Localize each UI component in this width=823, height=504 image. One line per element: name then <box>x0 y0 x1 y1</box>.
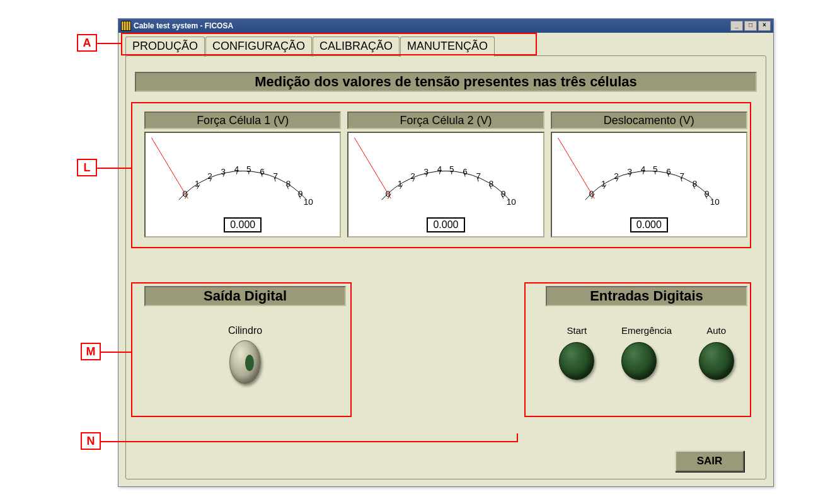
annotation-connector <box>517 433 518 442</box>
gauge-needle <box>558 138 594 198</box>
svg-text:7: 7 <box>679 171 684 181</box>
svg-text:7: 7 <box>476 171 481 181</box>
toggle-label: Cilindro <box>144 325 346 336</box>
svg-text:9: 9 <box>501 189 506 198</box>
digital-inputs-panel: Entradas Digitais Start Emergência Auto <box>546 286 747 431</box>
titlebar: Cable test system - FICOSA _ □ × <box>118 19 773 33</box>
annotation-connector <box>101 352 131 353</box>
svg-text:10: 10 <box>710 197 719 207</box>
led-start <box>559 342 594 380</box>
gauge-cell2: Força Célula 2 (V) 0 1 2 3 4 5 6 7 <box>347 112 544 238</box>
page-heading: Medição dos valores de tensão presentes … <box>135 72 757 92</box>
panel-heading: Saída Digital <box>144 286 346 306</box>
svg-text:2: 2 <box>411 171 416 181</box>
svg-text:6: 6 <box>463 167 468 176</box>
annotation-letter: A <box>77 34 97 52</box>
svg-text:1: 1 <box>398 179 403 188</box>
gauge-cell1: Força Célula 1 (V) 0 1 2 3 4 5 6 7 <box>144 112 341 238</box>
gauge-meter: 0 1 2 3 4 5 6 7 8 9 10 <box>144 132 341 238</box>
led-label: Start <box>559 325 594 336</box>
svg-text:3: 3 <box>221 167 226 176</box>
tab-manutencao[interactable]: MANUTENÇÃO <box>400 37 495 57</box>
led-auto-wrap: Auto <box>699 325 734 380</box>
led-start-wrap: Start <box>559 325 594 380</box>
app-icon <box>121 21 131 31</box>
svg-text:8: 8 <box>489 179 494 188</box>
gauge-readout: 0.000 <box>427 217 464 232</box>
svg-text:6: 6 <box>260 167 265 176</box>
svg-text:8: 8 <box>286 179 291 188</box>
gauge-meter: 0 1 2 3 4 5 6 7 8 9 10 <box>551 132 747 238</box>
panel-heading: Entradas Digitais <box>546 286 747 306</box>
gauge-title: Força Célula 1 (V) <box>144 112 341 129</box>
annotation-letter: L <box>77 159 97 176</box>
led-auto <box>699 342 734 380</box>
tab-calibracao[interactable]: CALIBRAÇÃO <box>313 37 400 57</box>
annotation-letter: N <box>81 432 101 450</box>
annotation-connector <box>101 441 517 442</box>
svg-text:7: 7 <box>273 171 279 181</box>
svg-text:1: 1 <box>601 179 606 188</box>
svg-text:3: 3 <box>627 167 632 176</box>
cilindro-toggle[interactable] <box>229 340 261 384</box>
led-emergencia-wrap: Emergência <box>621 325 672 380</box>
tab-row: PRODUÇÃO CONFIGURAÇÃO CALIBRAÇÃO MANUTEN… <box>125 37 495 57</box>
annotation-connector <box>97 43 121 44</box>
gauge-readout: 0.000 <box>224 217 262 232</box>
svg-text:8: 8 <box>692 179 697 188</box>
gauge-displacement: Deslocamento (V) 0 1 2 3 4 5 6 7 <box>551 112 747 238</box>
gauge-needle <box>151 138 188 198</box>
svg-text:10: 10 <box>507 197 516 207</box>
app-window: Cable test system - FICOSA _ □ × PRODUÇÃ… <box>118 18 774 487</box>
svg-text:2: 2 <box>614 171 619 181</box>
window-title: Cable test system - FICOSA <box>134 21 233 30</box>
exit-button[interactable]: SAIR <box>675 450 744 472</box>
annotation-connector <box>97 168 132 169</box>
gauge-readout: 0.000 <box>630 217 668 232</box>
svg-text:9: 9 <box>298 189 303 198</box>
client-area: PRODUÇÃO CONFIGURAÇÃO CALIBRAÇÃO MANUTEN… <box>119 33 773 486</box>
maximize-button[interactable]: □ <box>744 21 757 31</box>
svg-text:2: 2 <box>207 171 212 181</box>
svg-text:3: 3 <box>424 167 429 176</box>
svg-text:1: 1 <box>195 179 200 188</box>
gauge-panel: Força Célula 1 (V) 0 1 2 3 4 5 6 7 <box>144 112 747 238</box>
tab-producao[interactable]: PRODUÇÃO <box>125 37 205 57</box>
svg-text:10: 10 <box>304 197 313 207</box>
gauge-title: Deslocamento (V) <box>551 112 747 129</box>
gauge-title: Força Célula 2 (V) <box>347 112 544 129</box>
led-label: Auto <box>699 325 734 336</box>
led-label: Emergência <box>621 325 672 336</box>
digital-output-panel: Saída Digital Cilindro <box>144 286 346 431</box>
close-button[interactable]: × <box>758 21 771 31</box>
tab-configuracao[interactable]: CONFIGURAÇÃO <box>205 37 312 57</box>
svg-text:6: 6 <box>666 167 671 176</box>
svg-text:9: 9 <box>705 189 710 198</box>
led-emergencia <box>621 342 657 380</box>
gauge-meter: 0 1 2 3 4 5 6 7 8 9 10 <box>347 132 544 238</box>
gauge-needle <box>355 138 391 198</box>
minimize-button[interactable]: _ <box>730 21 743 31</box>
annotation-letter: M <box>81 343 101 360</box>
